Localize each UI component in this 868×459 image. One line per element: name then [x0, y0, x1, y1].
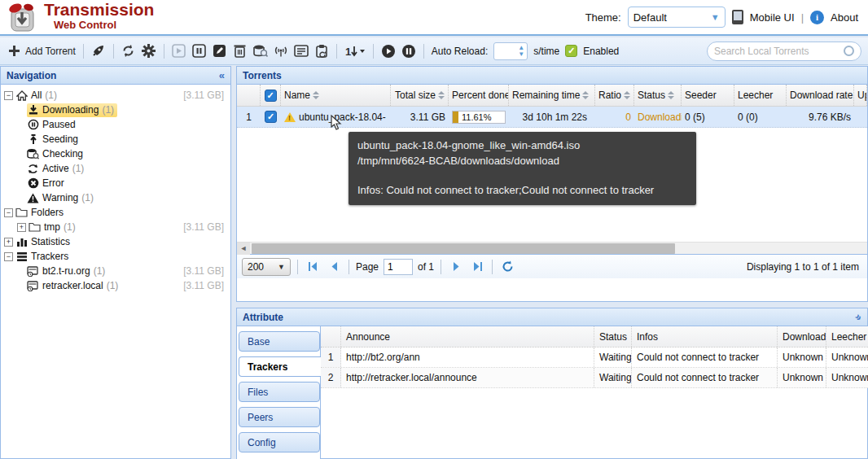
- tooltip-path: /tmp/mnt/6624-BCAB/downloads/download: [357, 153, 687, 168]
- column-download-rate[interactable]: Download rate: [787, 85, 854, 106]
- gear-icon[interactable]: [142, 44, 156, 59]
- transmission-logo-icon: [7, 2, 37, 33]
- column-leecher[interactable]: Leecher: [734, 85, 787, 106]
- column-download[interactable]: Download: [778, 326, 826, 347]
- nav-item-checking[interactable]: Checking: [2, 146, 229, 161]
- pause-torrent-icon[interactable]: [192, 44, 207, 59]
- theme-value: Default: [633, 11, 667, 24]
- enabled-checkbox[interactable]: ✓: [565, 45, 577, 57]
- spinner-down-icon[interactable]: ▼: [518, 51, 524, 58]
- nav-item-paused[interactable]: Paused: [2, 117, 229, 132]
- nav-item-active[interactable]: Active (1): [2, 161, 229, 176]
- collapse-down-icon[interactable]: »: [853, 311, 866, 324]
- column-ratio[interactable]: Ratio: [595, 85, 634, 106]
- toolbar-separator: [423, 44, 424, 59]
- folder-icon: [28, 221, 41, 234]
- announce-tracker-icon[interactable]: [274, 44, 288, 59]
- horizontal-scrollbar[interactable]: ◄: [237, 242, 867, 254]
- app-header: Transmission Web Control Theme: Default …: [0, 0, 868, 36]
- expand-plus-icon[interactable]: +: [4, 238, 13, 247]
- next-page-button[interactable]: [448, 259, 464, 275]
- page-size-select[interactable]: 200 ▼: [242, 258, 291, 276]
- search-input[interactable]: [714, 46, 844, 57]
- mobile-ui-link[interactable]: Mobile UI: [750, 11, 795, 24]
- prev-page-button[interactable]: [326, 259, 342, 275]
- home-icon: [15, 90, 28, 102]
- nav-item-statistics[interactable]: + Statistics: [2, 234, 229, 249]
- refresh-icon[interactable]: [121, 44, 136, 59]
- collapse-left-icon[interactable]: «: [219, 69, 225, 81]
- server-stack-icon: [15, 251, 28, 263]
- tracker-row[interactable]: 2 http://retracker.local/announce Waitin…: [321, 368, 868, 388]
- tab-base[interactable]: Base: [239, 331, 320, 352]
- scroll-left-icon[interactable]: ◄: [237, 243, 250, 255]
- theme-label: Theme:: [585, 11, 621, 24]
- select-all-checkbox[interactable]: ✓: [261, 85, 281, 106]
- nav-item-tmp[interactable]: + tmp (1) [3.11 GB]: [2, 220, 229, 234]
- auto-reload-input[interactable]: ▲ ▼: [493, 42, 528, 60]
- nav-item-folders[interactable]: − Folders: [2, 205, 229, 220]
- nav-item-tracker-retracker[interactable]: retracker.local (1) [3.11 GB]: [2, 278, 229, 293]
- nav-label: All: [31, 90, 42, 101]
- collapse-minus-icon[interactable]: −: [4, 252, 13, 261]
- start-all-icon[interactable]: [381, 44, 396, 59]
- details-icon[interactable]: [294, 44, 309, 59]
- copy-path-icon[interactable]: [314, 44, 329, 59]
- tab-peers[interactable]: Peers: [239, 407, 320, 427]
- theme-select[interactable]: Default ▼: [628, 7, 726, 28]
- column-percent-done[interactable]: Percent done: [449, 85, 509, 106]
- nav-item-tracker-bt2[interactable]: bt2.t-ru.org (1) [3.11 GB]: [2, 264, 229, 278]
- collapse-minus-icon[interactable]: −: [4, 208, 13, 217]
- nav-label: Checking: [42, 148, 83, 160]
- about-link[interactable]: About: [831, 11, 858, 24]
- nav-item-warning[interactable]: Warning (1): [2, 190, 229, 205]
- navigation-panel: Navigation « − All (1) [3.11 GB] Downloa…: [0, 66, 231, 459]
- pause-all-icon[interactable]: [401, 44, 416, 59]
- auto-reload-label: Auto Reload:: [432, 46, 488, 57]
- tab-files[interactable]: Files: [239, 382, 320, 402]
- column-total-size[interactable]: Total size: [391, 85, 449, 106]
- rocket-icon[interactable]: [91, 44, 106, 59]
- add-torrent-button[interactable]: Add Torrent: [7, 44, 76, 59]
- sort-order-icon[interactable]: 1: [344, 44, 366, 59]
- column-infos[interactable]: Infos: [632, 326, 778, 347]
- scrollbar-thumb[interactable]: [252, 243, 675, 254]
- nav-size: [3.11 GB]: [183, 221, 224, 233]
- column-remaining-time[interactable]: Remaining time: [509, 85, 595, 106]
- tab-config[interactable]: Config: [239, 432, 320, 452]
- expand-plus-icon[interactable]: +: [17, 223, 26, 232]
- nav-item-seeding[interactable]: Seeding: [2, 132, 229, 146]
- download-cell: Unknown: [778, 348, 826, 367]
- refresh-page-icon[interactable]: [499, 259, 515, 275]
- remaining-time-cell: 3d 10h 1m 22s: [509, 107, 595, 127]
- column-announce[interactable]: Announce: [341, 326, 594, 347]
- tab-trackers[interactable]: Trackers: [239, 356, 322, 377]
- column-leecher[interactable]: Leecher count: [826, 326, 868, 347]
- column-status[interactable]: Status: [634, 85, 682, 106]
- nav-label: Downloading: [42, 104, 99, 116]
- column-status[interactable]: Status: [594, 326, 632, 347]
- nav-item-trackers[interactable]: − Trackers: [2, 249, 229, 264]
- toolbar-separator: [164, 44, 164, 59]
- page-of-label: of 1: [418, 261, 434, 273]
- tracker-row[interactable]: 1 http://bt2.org/ann Waiting Could not c…: [321, 348, 868, 368]
- collapse-minus-icon[interactable]: −: [4, 91, 13, 100]
- column-name[interactable]: Name: [281, 85, 391, 106]
- edit-icon[interactable]: [213, 44, 227, 59]
- active-swap-icon: [27, 163, 39, 175]
- column-seeder[interactable]: Seeder: [682, 85, 734, 106]
- nav-label: bt2.t-ru.org: [42, 265, 90, 277]
- last-page-button[interactable]: [469, 259, 485, 275]
- nav-item-all[interactable]: − All (1) [3.11 GB]: [2, 88, 229, 103]
- column-upload-rate[interactable]: Upload rate: [854, 85, 867, 106]
- row-checkbox[interactable]: ✓: [261, 107, 281, 127]
- search-box[interactable]: [707, 42, 861, 61]
- page-number-input[interactable]: [384, 259, 413, 275]
- first-page-button[interactable]: [305, 259, 321, 275]
- recheck-data-icon[interactable]: [253, 44, 268, 59]
- nav-item-downloading[interactable]: Downloading (1): [2, 103, 229, 117]
- nav-item-error[interactable]: Error: [2, 176, 229, 190]
- tracker-icon: [27, 280, 39, 292]
- trash-icon[interactable]: [233, 44, 248, 59]
- start-torrent-icon[interactable]: [172, 44, 186, 59]
